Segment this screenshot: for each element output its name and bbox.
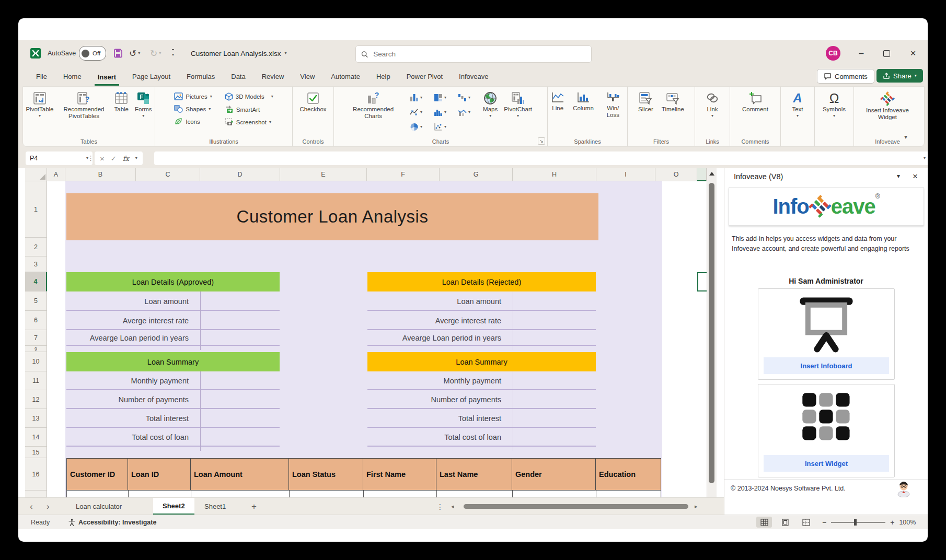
rejected-interest-rate-input-cell[interactable]: [513, 311, 596, 330]
approved-interest-rate-label-cell[interactable]: Averge interest rate: [66, 311, 195, 330]
row-header-13[interactable]: 13: [25, 409, 47, 428]
row-header-6[interactable]: 6: [25, 311, 47, 330]
tab-view[interactable]: View: [297, 71, 318, 83]
symbols-button[interactable]: Ω Symbols ▾: [820, 90, 848, 119]
table-header-loan-id[interactable]: Loan ID: [128, 458, 191, 491]
sheet-tab-loan-calculator[interactable]: Loan calculator: [66, 498, 131, 515]
sparkline-column-button[interactable]: Column: [570, 90, 596, 113]
zoom-slider[interactable]: [831, 522, 885, 523]
autosave-toggle[interactable]: Off: [79, 40, 106, 66]
pivotchart-button[interactable]: PivotChart ▾: [501, 90, 535, 119]
comments-button[interactable]: Comments: [817, 69, 874, 84]
charts-dialog-launcher[interactable]: ↘: [538, 137, 545, 145]
approved-number-of-payments-label-cell[interactable]: Number of payments: [66, 390, 195, 409]
redo-button[interactable]: ↻ ▾: [150, 40, 161, 66]
sheet-options-menu[interactable]: ⋮: [436, 498, 444, 515]
table-button[interactable]: Table: [111, 90, 131, 114]
accessibility-status[interactable]: Accessibility: Investigate: [68, 515, 156, 529]
insert-combo-chart-button[interactable]: ▾: [452, 106, 476, 119]
shapes-button[interactable]: Shapes ▾: [172, 104, 214, 114]
tab-automate[interactable]: Automate: [328, 71, 363, 83]
table-header-education[interactable]: Education: [595, 458, 661, 491]
table-row[interactable]: [191, 491, 289, 497]
rejected-loan-amount-input-cell[interactable]: [513, 291, 596, 311]
table-row[interactable]: [596, 491, 661, 497]
approved-loan-amount-input-cell[interactable]: [200, 291, 280, 311]
cancel-entry-icon[interactable]: ×: [100, 154, 105, 163]
column-header-i[interactable]: I: [596, 168, 655, 181]
column-header-b[interactable]: B: [65, 168, 136, 181]
row-header-12[interactable]: 12: [25, 390, 47, 409]
zoom-in-button[interactable]: +: [890, 518, 894, 527]
approved-total-interest-label-cell[interactable]: Total interest: [66, 409, 195, 428]
insert-function-button[interactable]: fx: [123, 155, 129, 162]
table-row[interactable]: [512, 491, 596, 497]
rejected-total-cost-label-cell[interactable]: Total cost of loan: [367, 428, 507, 447]
approved-loan-amount-label-cell[interactable]: Loan amount: [66, 291, 195, 311]
table-row[interactable]: [436, 491, 512, 497]
table-row[interactable]: [363, 491, 436, 497]
horizontal-scrollbar-thumb[interactable]: [464, 504, 688, 509]
insert-widget-button[interactable]: Insert Widget: [764, 455, 889, 472]
zoom-level[interactable]: 100%: [899, 519, 916, 526]
quick-access-menu-button[interactable]: ▾: [172, 40, 174, 66]
page-layout-view-button[interactable]: [777, 517, 793, 528]
insert-column-chart-button[interactable]: ▾: [404, 91, 428, 104]
approved-monthly-payment-label-cell[interactable]: Monthly payment: [66, 371, 195, 390]
row-header-5[interactable]: 5: [25, 291, 47, 311]
pivottable-button[interactable]: PivotTable ▾: [23, 90, 56, 119]
column-header-o[interactable]: O: [655, 168, 697, 181]
rejected-monthly-payment-label-cell[interactable]: Monthly payment: [367, 371, 507, 390]
account-avatar[interactable]: CB: [826, 40, 840, 66]
rejected-loan-period-label-cell[interactable]: Avearge Loan period in years: [367, 330, 507, 346]
insert-line-chart-button[interactable]: ▾: [404, 106, 428, 119]
table-header-first-name[interactable]: First Name: [363, 458, 436, 491]
row-header-4[interactable]: 4: [25, 272, 47, 291]
pane-close-button[interactable]: ×: [913, 171, 918, 182]
row-header-11[interactable]: 11: [25, 371, 47, 390]
hscroll-left-arrow[interactable]: ◂: [451, 498, 454, 515]
column-header-e[interactable]: E: [280, 168, 367, 181]
collapse-ribbon-button[interactable]: ▾: [904, 133, 907, 141]
row-header-2[interactable]: 2: [25, 238, 47, 256]
zoom-out-button[interactable]: −: [822, 518, 826, 527]
row-header-7[interactable]: 7: [25, 330, 47, 346]
confirm-entry-icon[interactable]: ✓: [111, 155, 117, 162]
sparkline-winloss-button[interactable]: Win/ Loss: [599, 90, 627, 120]
text-button[interactable]: A Text ▾: [789, 90, 805, 119]
insert-infoboard-button[interactable]: Insert Infoboard: [764, 357, 889, 374]
excel-app-icon[interactable]: [30, 40, 41, 66]
rejected-loan-period-input-cell[interactable]: [513, 330, 596, 346]
row-header-1[interactable]: 1: [25, 181, 47, 238]
sheet-tab-sheet2[interactable]: Sheet2: [153, 498, 194, 515]
timeline-button[interactable]: Timeline: [659, 90, 687, 114]
tab-file[interactable]: File: [33, 71, 50, 83]
row-header-17-partial[interactable]: [25, 491, 47, 497]
column-header-f[interactable]: F: [367, 168, 440, 181]
tab-home[interactable]: Home: [60, 71, 85, 83]
tab-data[interactable]: Data: [228, 71, 248, 83]
rejected-total-interest-label-cell[interactable]: Total interest: [367, 409, 507, 428]
pictures-button[interactable]: Pictures ▾: [172, 91, 214, 101]
row-header-15[interactable]: 15: [25, 447, 47, 458]
rejected-details-header-cell[interactable]: Loan Details (Rejected): [367, 272, 596, 291]
select-all-corner[interactable]: [25, 168, 47, 181]
column-header-a[interactable]: A: [47, 168, 65, 181]
undo-button[interactable]: ↺ ▾: [129, 40, 140, 66]
table-header-loan-amount[interactable]: Loan Amount: [190, 458, 289, 491]
insert-infoveave-widget-button[interactable]: Insert Infoveave Widget: [858, 90, 917, 122]
approved-summary-header-cell[interactable]: Loan Summary: [66, 352, 280, 371]
column-header-h[interactable]: H: [513, 168, 596, 181]
recommended-charts-button[interactable]: ? Recommended Charts: [347, 90, 400, 121]
row-header-16[interactable]: 16: [25, 458, 47, 491]
row-header-14[interactable]: 14: [25, 428, 47, 447]
recommended-pivottables-button[interactable]: ? Recommended PivotTables: [57, 90, 110, 121]
save-button[interactable]: [113, 40, 123, 66]
approved-total-cost-label-cell[interactable]: Total cost of loan: [66, 428, 195, 447]
sheet-nav-right[interactable]: ›: [47, 498, 50, 515]
checkbox-button[interactable]: Checkbox: [297, 90, 329, 114]
insert-hierarchy-chart-button[interactable]: ▾: [428, 91, 452, 104]
tab-power-pivot[interactable]: Power Pivot: [403, 71, 446, 83]
link-button[interactable]: Link ▾: [703, 90, 722, 119]
support-avatar[interactable]: [896, 481, 912, 499]
